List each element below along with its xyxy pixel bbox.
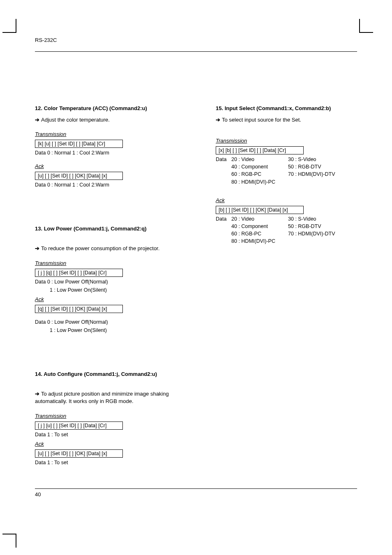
ack-code: [q] [ ] [Set ID] [ ] [OK] [Data] [x]: [35, 305, 123, 313]
right-column: 15. Input Select (Command1:x, Command2:b…: [216, 105, 362, 503]
transmission-data: Data 20 : Video30 : S-Video 40 : Compone…: [216, 156, 362, 186]
transmission-code: [ j ] [u] [ ] [Set ID] [ ] [Data] [Cr]: [35, 421, 123, 430]
transmission-data: Data 1 : To set: [35, 431, 181, 438]
section-12-desc: Adjust the color temperature.: [35, 116, 181, 124]
transmission-code: [x] [b] [ ] [Set ID] [ ] [Data] [Cr]: [216, 146, 304, 154]
ack-data: 1 : Low Power On(Silent): [35, 327, 181, 334]
section-14: 14. Auto Configure (Command1:j, Command2…: [35, 371, 181, 466]
section-12: 12. Color Temperature (ACC) (Command2:u)…: [35, 105, 181, 189]
section-12-title: 12. Color Temperature (ACC) (Command2:u): [35, 105, 181, 111]
ack-code: [u] [ ] [Set ID] [ ] [OK] [Data] [x]: [35, 449, 123, 458]
section-13-title: 13. Low Power (Command1:j, Command2:q): [35, 226, 181, 232]
ack-label: Ack: [216, 197, 225, 203]
section-14-title: 14. Auto Configure (Command1:j, Command2…: [35, 371, 181, 377]
transmission-data: Data 0 : Low Power Off(Normal): [35, 278, 181, 286]
ack-label: Ack: [35, 441, 44, 447]
transmission-code: [ j ] [q] [ ] [Set ID] [ ] [Data] [Cr]: [35, 269, 123, 277]
transmission-label: Transmission: [35, 260, 66, 266]
transmission-data: 1 : Low Power On(Silent): [35, 286, 181, 294]
transmission-label: Transmission: [216, 138, 247, 144]
transmission-label: Transmission: [35, 131, 66, 137]
ack-data: Data 1 : To set: [35, 459, 181, 466]
ack-label: Ack: [35, 296, 44, 302]
ack-data: Data 20 : Video30 : S-Video 40 : Compone…: [216, 215, 362, 245]
transmission-code: [k] [u] [ ] [Set ID] [ ] [Data] [Cr]: [35, 140, 123, 148]
section-13-desc: To reduce the power consumption of the p…: [35, 245, 181, 252]
section-13: 13. Low Power (Command1:j, Command2:q) T…: [35, 226, 181, 334]
ack-code: [u] [ ] [Set ID] [ ] [OK] [Data] [x]: [35, 172, 123, 180]
section-15: 15. Input Select (Command1:x, Command2:b…: [216, 105, 362, 245]
ack-code: [b] [ ] [Set ID] [ ] [OK] [Data] [x]: [216, 206, 304, 214]
ack-data: Data 0 : Low Power Off(Normal): [35, 318, 181, 326]
transmission-label: Transmission: [35, 413, 66, 419]
ack-label: Ack: [35, 163, 44, 169]
section-15-title: 15. Input Select (Command1:x, Command2:b…: [216, 105, 362, 111]
section-14-desc: To adjust picture position and minimize …: [35, 390, 181, 405]
ack-data: Data 0 : Normal 1 : Cool 2:Warm: [35, 181, 181, 189]
page-header: RS-232C: [35, 37, 357, 52]
left-column: 12. Color Temperature (ACC) (Command2:u)…: [35, 105, 181, 503]
page-number: 40: [35, 488, 357, 497]
transmission-data: Data 0 : Normal 1 : Cool 2:Warm: [35, 149, 181, 157]
section-15-desc: To select input source for the Set.: [216, 116, 362, 124]
